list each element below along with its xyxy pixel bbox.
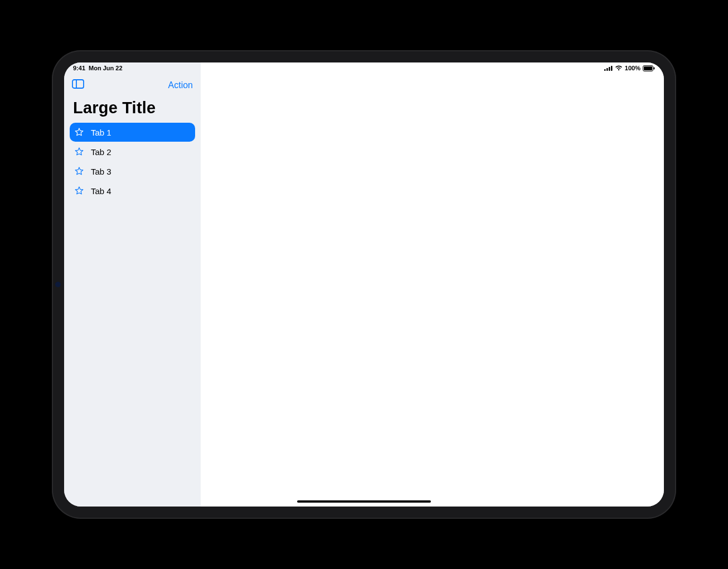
sidebar: Action Large Title Tab 1	[64, 62, 201, 507]
star-icon	[74, 166, 84, 176]
screen: 9:41 Mon Jun 22	[64, 62, 664, 507]
sidebar-item-label: Tab 4	[91, 186, 111, 196]
star-icon	[74, 186, 84, 196]
front-camera	[55, 282, 61, 287]
large-title: Large Title	[64, 94, 201, 123]
sidebar-item-label: Tab 3	[91, 167, 111, 176]
sidebar-item-label: Tab 1	[91, 128, 111, 137]
sidebar-icon	[72, 79, 84, 91]
sidebar-item-label: Tab 2	[91, 147, 111, 157]
detail-pane	[201, 62, 664, 507]
action-button[interactable]: Action	[168, 80, 193, 90]
ipad-frame: 9:41 Mon Jun 22	[52, 50, 676, 519]
home-indicator[interactable]	[297, 500, 431, 503]
sidebar-nav-row: Action	[64, 75, 201, 94]
sidebar-item-tab-2[interactable]: Tab 2	[70, 142, 195, 161]
sidebar-item-tab-3[interactable]: Tab 3	[70, 162, 195, 181]
svg-rect-7	[72, 80, 84, 88]
star-icon	[74, 127, 84, 137]
sidebar-toggle-button[interactable]	[72, 79, 84, 91]
sidebar-item-tab-1[interactable]: Tab 1	[70, 123, 195, 142]
sidebar-item-tab-4[interactable]: Tab 4	[70, 181, 195, 200]
star-icon	[74, 147, 84, 157]
sidebar-tab-list: Tab 1 Tab 2	[64, 123, 201, 200]
